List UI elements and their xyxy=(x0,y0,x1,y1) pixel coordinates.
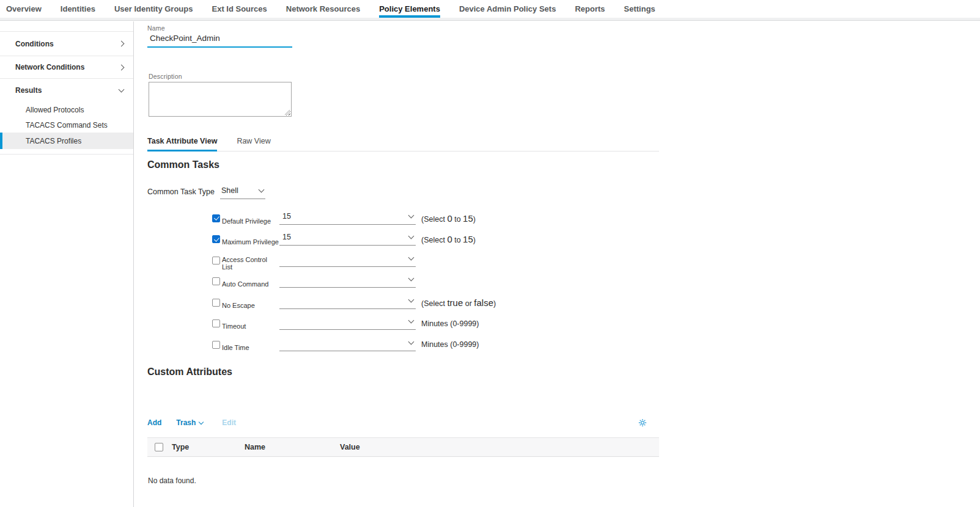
settings-button[interactable] xyxy=(638,418,647,427)
task-row-access-control-list: Access Control List xyxy=(212,250,496,271)
sidebar-item-allowed-protocols[interactable]: Allowed Protocols xyxy=(0,102,133,117)
task-label: Timeout xyxy=(222,323,279,330)
task-row-auto-command: Auto Command xyxy=(212,271,496,293)
nav-item-settings[interactable]: Settings xyxy=(624,0,655,18)
task-row-no-escape: No Escape (Select true or false) xyxy=(212,292,496,313)
task-value-select[interactable] xyxy=(279,254,416,267)
common-task-type-select[interactable]: Shell xyxy=(220,185,265,199)
chevron-down-icon xyxy=(408,254,414,260)
task-value: 15 xyxy=(282,233,291,241)
sidebar-item-label: Network Conditions xyxy=(15,63,84,71)
view-tabs: Task Attribute View Raw View xyxy=(147,137,659,151)
sidebar-item-tacacs-command-sets[interactable]: TACACS Command Sets xyxy=(0,117,133,133)
task-checkbox[interactable] xyxy=(212,235,220,243)
task-hint: Minutes (0-9999) xyxy=(421,319,479,328)
chevron-down-icon xyxy=(408,275,414,282)
task-value-select[interactable]: 15 xyxy=(279,233,416,246)
sidebar-item-label: Results xyxy=(15,86,42,95)
tab-task-attribute-view[interactable]: Task Attribute View xyxy=(147,137,217,151)
nav-item-overview[interactable]: Overview xyxy=(6,0,42,18)
description-field-group: Description xyxy=(149,73,292,117)
task-row-maximum-privilege: Maximum Privilege 15 (Select 0 to 15) xyxy=(212,229,496,250)
chevron-down-icon xyxy=(199,419,204,424)
add-button[interactable]: Add xyxy=(147,418,161,427)
common-task-type-value: Shell xyxy=(221,186,238,195)
task-label: No Escape xyxy=(222,302,279,309)
trash-button[interactable]: Trash xyxy=(176,418,203,427)
common-task-type-row: Common Task Type Shell xyxy=(147,185,265,199)
description-field-label: Description xyxy=(149,73,292,80)
name-input[interactable] xyxy=(147,32,292,48)
description-textarea[interactable] xyxy=(149,82,292,117)
custom-attributes-title: Custom Attributes xyxy=(147,367,232,378)
sidebar-group-results: Results Allowed Protocols TACACS Command… xyxy=(0,79,133,155)
nav-item-ext-id-sources[interactable]: Ext Id Sources xyxy=(212,0,267,18)
task-label: Idle Time xyxy=(222,344,279,351)
task-row-default-privilege: Default Privilege 15 (Select 0 to 15) xyxy=(212,208,496,229)
nav-item-identities[interactable]: Identities xyxy=(61,0,95,18)
table-column-value: Value xyxy=(340,443,360,451)
task-row-timeout: Timeout Minutes (0-9999) xyxy=(212,313,496,335)
common-tasks-title: Common Tasks xyxy=(147,159,219,170)
task-checkbox[interactable] xyxy=(212,257,220,264)
sidebar-item-tacacs-profiles[interactable]: TACACS Profiles xyxy=(0,133,133,149)
task-row-idle-time: Idle Time Minutes (0-9999) xyxy=(212,334,496,356)
table-column-type: Type xyxy=(172,443,245,451)
main-content: Name Description Task Attribute View Raw… xyxy=(147,21,659,507)
table-column-name: Name xyxy=(245,443,340,451)
custom-attributes-toolbar: Add Trash Edit xyxy=(147,418,659,427)
nav-item-user-identity-groups[interactable]: User Identity Groups xyxy=(114,0,193,18)
sidebar-item-conditions[interactable]: Conditions xyxy=(0,32,133,56)
nav-item-reports[interactable]: Reports xyxy=(575,0,605,18)
task-value-select[interactable] xyxy=(279,296,416,309)
edit-button[interactable]: Edit xyxy=(222,418,236,427)
page: OverviewIdentitiesUser Identity GroupsEx… xyxy=(0,0,980,507)
gear-icon xyxy=(638,418,647,427)
nav-item-network-resources[interactable]: Network Resources xyxy=(286,0,360,18)
task-value-select[interactable] xyxy=(279,275,416,288)
name-field-label: Name xyxy=(147,24,292,32)
chevron-down-icon xyxy=(408,212,414,218)
task-checkbox[interactable] xyxy=(212,214,220,222)
chevron-right-icon xyxy=(119,64,125,70)
sidebar: Conditions Network Conditions Results Al… xyxy=(0,21,134,507)
chevron-right-icon xyxy=(119,41,125,47)
task-checkbox[interactable] xyxy=(212,277,220,285)
sidebar-item-network-conditions[interactable]: Network Conditions xyxy=(0,56,133,79)
chevron-down-icon xyxy=(408,233,414,239)
chevron-down-icon xyxy=(408,296,414,302)
task-checkbox[interactable] xyxy=(212,299,220,307)
task-label: Default Privilege xyxy=(222,217,279,225)
sidebar-item-results[interactable]: Results xyxy=(0,79,133,102)
task-value-select[interactable] xyxy=(279,317,416,330)
task-hint: (Select 0 to 15) xyxy=(421,234,476,244)
task-value-select[interactable] xyxy=(279,338,416,351)
task-checkbox[interactable] xyxy=(212,341,220,349)
nav-divider-strip xyxy=(0,18,980,21)
task-hint: Minutes (0-9999) xyxy=(421,340,479,349)
sidebar-item-label: TACACS Profiles xyxy=(26,137,81,145)
common-tasks-list: Default Privilege 15 (Select 0 to 15) Ma… xyxy=(212,208,496,356)
nav-item-policy-elements[interactable]: Policy Elements xyxy=(379,0,440,18)
common-task-type-label: Common Task Type xyxy=(147,185,215,196)
table-empty-text: No data found. xyxy=(148,476,196,485)
select-all-checkbox[interactable] xyxy=(155,443,163,451)
top-nav: OverviewIdentitiesUser Identity GroupsEx… xyxy=(0,0,980,18)
nav-item-device-admin-policy-sets[interactable]: Device Admin Policy Sets xyxy=(459,0,556,18)
table-header-row: TypeNameValue xyxy=(147,437,659,457)
task-hint: (Select true or false) xyxy=(421,297,496,308)
chevron-down-icon xyxy=(408,338,414,345)
chevron-down-icon xyxy=(119,87,125,93)
tab-raw-view[interactable]: Raw View xyxy=(237,137,270,151)
task-checkbox[interactable] xyxy=(212,319,220,327)
chevron-down-icon xyxy=(408,318,414,324)
sidebar-item-label: TACACS Command Sets xyxy=(26,121,108,129)
task-label: Maximum Privilege xyxy=(222,238,279,246)
trash-button-label: Trash xyxy=(176,418,196,427)
task-value-select[interactable]: 15 xyxy=(279,212,416,225)
name-field-group: Name xyxy=(147,24,292,48)
sidebar-item-label: Allowed Protocols xyxy=(26,106,84,114)
chevron-down-icon xyxy=(259,187,265,193)
task-label: Access Control List xyxy=(222,256,279,271)
task-hint: (Select 0 to 15) xyxy=(421,213,476,224)
